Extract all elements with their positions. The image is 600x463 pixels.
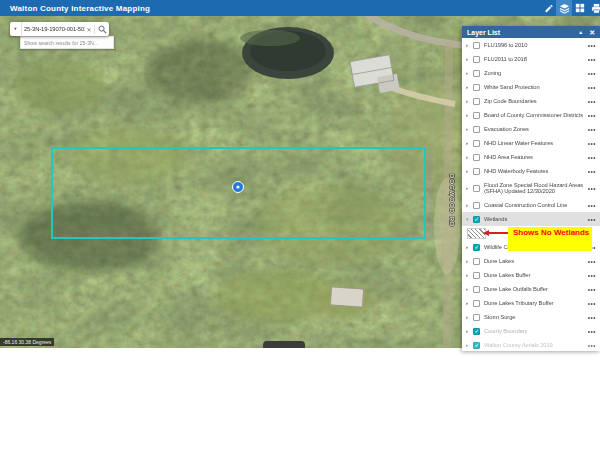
expand-arrow-icon[interactable]: ▸ bbox=[466, 127, 473, 132]
layer-menu-icon[interactable]: ••• bbox=[588, 42, 596, 49]
search-suggestion-item[interactable]: Show search results for 25-3N... bbox=[20, 36, 114, 49]
layer-row[interactable]: ▸ FLU2011 to 2018 ••• bbox=[462, 52, 600, 66]
layer-checkbox[interactable] bbox=[473, 202, 480, 209]
layer-checkbox[interactable] bbox=[473, 185, 480, 192]
expand-arrow-icon[interactable]: ▸ bbox=[466, 141, 473, 146]
layer-row[interactable]: ▸ Dune Lakes Tributary Buffer ••• bbox=[462, 296, 600, 310]
expand-arrow-icon[interactable]: ▸ bbox=[466, 259, 473, 264]
layer-row[interactable]: ▸ NHD Linear Water Features ••• bbox=[462, 136, 600, 150]
layer-row[interactable]: ▸ Dune Lake Outfalls Buffer ••• bbox=[462, 282, 600, 296]
layer-row[interactable]: ▸ Walton County Aerials 2019 ••• bbox=[462, 338, 600, 351]
layer-row[interactable]: ▸ NHD Area Features ••• bbox=[462, 150, 600, 164]
layer-row[interactable]: ▸ White Sand Protection ••• bbox=[462, 80, 600, 94]
expand-arrow-icon[interactable]: ▸ bbox=[466, 113, 473, 118]
layer-checkbox[interactable] bbox=[473, 98, 480, 105]
expand-arrow-icon[interactable]: ▸ bbox=[466, 287, 473, 292]
layer-list-button[interactable] bbox=[556, 0, 572, 16]
layer-label: County Boundary bbox=[484, 328, 585, 334]
layer-checkbox[interactable] bbox=[473, 286, 480, 293]
expand-arrow-icon[interactable]: ▸ bbox=[466, 245, 473, 250]
expand-arrow-icon[interactable]: ▸ bbox=[466, 343, 473, 348]
layer-checkbox[interactable] bbox=[473, 140, 480, 147]
layer-menu-icon[interactable]: ••• bbox=[588, 168, 596, 175]
app-title: Walton County Interactive Mapping bbox=[0, 4, 150, 13]
layer-menu-icon[interactable]: ••• bbox=[588, 112, 596, 119]
layer-menu-icon[interactable]: ••• bbox=[588, 98, 596, 105]
layer-menu-icon[interactable]: ••• bbox=[588, 185, 596, 192]
layer-checkbox[interactable] bbox=[473, 126, 480, 133]
layer-label: Wetlands bbox=[484, 216, 585, 222]
layer-row[interactable]: ▸ Zip Code Boundaries ••• bbox=[462, 94, 600, 108]
expand-arrow-icon[interactable]: ▸ bbox=[466, 301, 473, 306]
layer-row[interactable]: ▸ Zoning ••• bbox=[462, 66, 600, 80]
layer-menu-icon[interactable]: ••• bbox=[588, 286, 596, 293]
layer-menu-icon[interactable]: ••• bbox=[588, 56, 596, 63]
expand-arrow-icon[interactable]: ▸ bbox=[466, 43, 473, 48]
layer-row[interactable]: ▸ Flood Zone Special Flood Hazard Areas … bbox=[462, 178, 600, 198]
layer-menu-icon[interactable]: ••• bbox=[588, 140, 596, 147]
print-button[interactable] bbox=[588, 0, 600, 16]
expand-arrow-icon[interactable]: ▸ bbox=[466, 273, 473, 278]
layer-checkbox[interactable] bbox=[473, 328, 480, 335]
layer-checkbox[interactable] bbox=[473, 42, 480, 49]
layer-menu-icon[interactable]: ••• bbox=[588, 328, 596, 335]
search-icon[interactable] bbox=[96, 25, 109, 34]
search-clear-icon[interactable]: ✕ bbox=[85, 26, 93, 33]
search-source-caret-icon[interactable]: ▼ bbox=[10, 22, 22, 36]
expand-arrow-icon[interactable]: ▸ bbox=[466, 203, 473, 208]
layer-checkbox[interactable] bbox=[473, 70, 480, 77]
layer-menu-icon[interactable]: ••• bbox=[588, 272, 596, 279]
close-panel-icon[interactable]: ✕ bbox=[589, 29, 595, 36]
layer-menu-icon[interactable]: ••• bbox=[588, 84, 596, 91]
layer-menu-icon[interactable]: ••• bbox=[588, 126, 596, 133]
layer-checkbox[interactable] bbox=[473, 112, 480, 119]
layer-row[interactable]: ▾ Wetlands ••• bbox=[462, 212, 600, 226]
search-input[interactable]: 25-3N-19-19070-001-5010 bbox=[22, 26, 85, 32]
expand-arrow-icon[interactable]: ▸ bbox=[466, 85, 473, 90]
layer-checkbox[interactable] bbox=[473, 314, 480, 321]
layer-menu-icon[interactable]: ••• bbox=[588, 342, 596, 349]
layer-row[interactable]: ▸ Coastal Construction Control Line ••• bbox=[462, 198, 600, 212]
layer-row[interactable]: ▸ Storm Surge ••• bbox=[462, 310, 600, 324]
layer-row[interactable]: ▸ County Boundary ••• bbox=[462, 324, 600, 338]
layer-menu-icon[interactable]: ••• bbox=[588, 202, 596, 209]
layer-checkbox[interactable] bbox=[473, 56, 480, 63]
layer-row[interactable]: ▸ Evacuation Zones ••• bbox=[462, 122, 600, 136]
layer-menu-icon[interactable]: ••• bbox=[588, 300, 596, 307]
expand-arrow-icon[interactable]: ▸ bbox=[466, 57, 473, 62]
layer-row[interactable]: ▸ NHD Waterbody Features ••• bbox=[462, 164, 600, 178]
layer-menu-icon[interactable]: ••• bbox=[588, 216, 596, 223]
layer-row[interactable]: ▸ Dune Lakes Buffer ••• bbox=[462, 268, 600, 282]
measurement-button[interactable] bbox=[540, 0, 556, 16]
layer-row[interactable]: ▸ Dune Lakes ••• bbox=[462, 254, 600, 268]
collapse-all-icon[interactable]: ▲ bbox=[578, 30, 583, 35]
layer-checkbox[interactable] bbox=[473, 216, 480, 223]
layer-checkbox[interactable] bbox=[473, 84, 480, 91]
expand-arrow-icon[interactable]: ▸ bbox=[466, 71, 473, 76]
layer-checkbox[interactable] bbox=[473, 272, 480, 279]
expand-arrow-icon[interactable]: ▸ bbox=[466, 99, 473, 104]
layer-menu-icon[interactable]: ••• bbox=[588, 258, 596, 265]
layer-checkbox[interactable] bbox=[473, 244, 480, 251]
layer-row[interactable]: ▸ FLU1996 to 2010 ••• bbox=[462, 38, 600, 52]
layer-checkbox[interactable] bbox=[473, 154, 480, 161]
map-marker bbox=[233, 182, 244, 193]
layer-label: FLU1996 to 2010 bbox=[484, 42, 585, 48]
layer-checkbox[interactable] bbox=[473, 342, 480, 349]
expand-arrow-icon[interactable]: ▸ bbox=[466, 186, 473, 191]
basemap-gallery-button[interactable] bbox=[572, 0, 588, 16]
layer-menu-icon[interactable]: ••• bbox=[588, 314, 596, 321]
search-box[interactable]: ▼ 25-3N-19-19070-001-5010 ✕ bbox=[10, 22, 109, 36]
expand-arrow-icon[interactable]: ▸ bbox=[466, 315, 473, 320]
layer-menu-icon[interactable]: ••• bbox=[588, 154, 596, 161]
expand-arrow-icon[interactable]: ▸ bbox=[466, 329, 473, 334]
header-toolbar bbox=[540, 0, 600, 16]
layer-checkbox[interactable] bbox=[473, 168, 480, 175]
layer-row[interactable]: ▸ Board of County Commissioner Districts… bbox=[462, 108, 600, 122]
expand-arrow-icon[interactable]: ▾ bbox=[466, 217, 473, 222]
layer-menu-icon[interactable]: ••• bbox=[588, 70, 596, 77]
expand-arrow-icon[interactable]: ▸ bbox=[466, 155, 473, 160]
layer-checkbox[interactable] bbox=[473, 300, 480, 307]
layer-checkbox[interactable] bbox=[473, 258, 480, 265]
expand-arrow-icon[interactable]: ▸ bbox=[466, 169, 473, 174]
